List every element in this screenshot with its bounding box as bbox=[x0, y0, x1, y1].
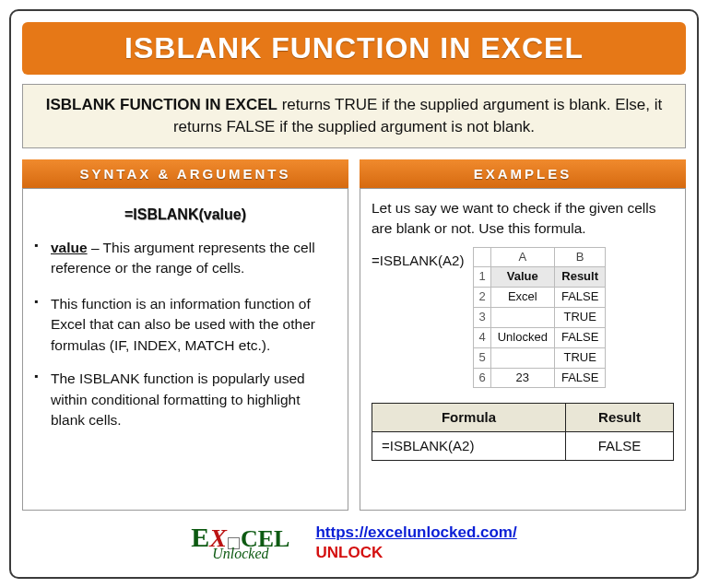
examples-body: Let us say we want to check if the given… bbox=[360, 188, 686, 511]
sheet-cell: FALSE bbox=[554, 327, 605, 347]
description-box: ISBLANK FUNCTION IN EXCEL returns TRUE i… bbox=[22, 84, 686, 148]
note-item: This function is an information function… bbox=[34, 294, 336, 356]
argument-item: value – This argument represents the cel… bbox=[34, 238, 336, 279]
example-row: =ISBLANK(A2) A B 1 Value Result bbox=[372, 247, 674, 389]
sheet-cell bbox=[490, 347, 554, 368]
syntax-column: SYNTAX & ARGUMENTS =ISBLANK(value) value… bbox=[22, 159, 348, 511]
sheet-cell: 23 bbox=[490, 368, 554, 388]
sheet-cell bbox=[490, 308, 554, 328]
sheet-cell: FALSE bbox=[554, 368, 605, 388]
syntax-formula: =ISBLANK(value) bbox=[34, 204, 336, 225]
note-item: The ISBLANK function is popularly used w… bbox=[34, 369, 336, 430]
website-link[interactable]: https://excelunlocked.com/ bbox=[315, 523, 516, 542]
result-header: Formula bbox=[372, 404, 566, 432]
argument-desc: – This argument represents the cell refe… bbox=[51, 240, 315, 276]
example-intro: Let us say we want to check if the given… bbox=[372, 198, 674, 240]
row-number: 1 bbox=[474, 267, 490, 288]
row-number: 5 bbox=[474, 347, 490, 368]
footer: E X CEL Unlocked https://excelunlocked.c… bbox=[22, 520, 686, 566]
col-letter: B bbox=[554, 247, 605, 267]
unlock-text: UNLOCK bbox=[315, 544, 383, 562]
excel-unlocked-logo: E X CEL Unlocked bbox=[191, 524, 289, 560]
result-value: FALSE bbox=[565, 432, 673, 461]
row-number: 4 bbox=[474, 327, 490, 347]
argument-name: value bbox=[51, 240, 88, 255]
description-lead: ISBLANK FUNCTION IN EXCEL bbox=[46, 96, 277, 113]
result-formula: =ISBLANK(A2) bbox=[372, 432, 566, 461]
page-title: ISBLANK FUNCTION IN EXCEL bbox=[22, 22, 686, 75]
columns: SYNTAX & ARGUMENTS =ISBLANK(value) value… bbox=[22, 159, 686, 511]
sheet-cell: Unlocked bbox=[490, 327, 554, 347]
infographic-card: ISBLANK FUNCTION IN EXCEL ISBLANK FUNCTI… bbox=[9, 9, 699, 579]
example-formula: =ISBLANK(A2) bbox=[372, 247, 464, 271]
row-number: 2 bbox=[474, 288, 490, 308]
syntax-header: SYNTAX & ARGUMENTS bbox=[22, 159, 348, 188]
logo-letter: E bbox=[191, 524, 209, 549]
examples-column: EXAMPLES Let us say we want to check if … bbox=[360, 159, 686, 511]
spreadsheet-table: A B 1 Value Result 2 Excel FALSE bbox=[473, 247, 606, 389]
sheet-cell: Excel bbox=[490, 288, 554, 308]
sheet-corner bbox=[474, 247, 490, 267]
sheet-cell: TRUE bbox=[554, 308, 605, 328]
result-table: Formula Result =ISBLANK(A2) FALSE bbox=[372, 403, 674, 461]
row-number: 6 bbox=[474, 368, 490, 388]
syntax-body: =ISBLANK(value) value – This argument re… bbox=[22, 188, 348, 511]
sheet-header: Value bbox=[490, 267, 554, 288]
sheet-cell: FALSE bbox=[554, 288, 605, 308]
row-number: 3 bbox=[474, 308, 490, 328]
examples-header: EXAMPLES bbox=[360, 159, 686, 188]
footer-links: https://excelunlocked.com/ UNLOCK bbox=[315, 523, 516, 562]
col-letter: A bbox=[490, 247, 554, 267]
logo-subtitle: Unlocked bbox=[212, 547, 268, 560]
sheet-cell: TRUE bbox=[554, 347, 605, 368]
sheet-header: Result bbox=[554, 267, 605, 288]
result-header: Result bbox=[565, 404, 673, 432]
